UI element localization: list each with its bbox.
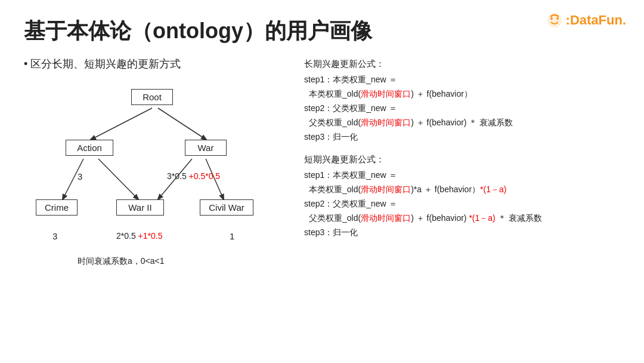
right-panel: 长期兴趣更新公式： step1：本类权重_new ＝ 本类权重_old(滑动时间…: [286, 57, 620, 274]
svg-point-1: [550, 17, 553, 20]
svg-line-6: [98, 159, 138, 199]
page-title: 基于本体论（ontology）的用户画像: [24, 17, 620, 46]
lt-line3: step2：父类权重_new ＝: [304, 101, 620, 115]
tree-arrows: [30, 83, 280, 250]
st-sliding2: 滑动时间窗口: [361, 213, 411, 223]
st-red2: *(1－a): [480, 184, 506, 194]
war-edge-normal: 3*0.5: [167, 171, 187, 181]
page: : DataFun. 基于本体论（ontology）的用户画像 • 区分长期、短…: [0, 0, 644, 363]
label-civil-below: 1: [230, 231, 234, 241]
svg-point-2: [556, 17, 559, 20]
st-line3: step2：父类权重_new ＝: [304, 197, 620, 211]
lt-line1: step1：本类权重_new ＝: [304, 73, 620, 87]
label-crime-below: 3: [52, 231, 57, 241]
datafun-logo: : DataFun.: [546, 12, 626, 29]
long-term-section: 长期兴趣更新公式： step1：本类权重_new ＝ 本类权重_old(滑动时间…: [304, 57, 620, 144]
node-civilwar: Civil War: [200, 199, 253, 216]
left-panel: • 区分长期、短期兴趣的更新方式: [24, 57, 286, 274]
lt-sliding1: 滑动时间窗口: [361, 89, 411, 99]
svg-line-4: [158, 108, 206, 140]
bullet-point: • 区分长期、短期兴趣的更新方式: [24, 57, 286, 71]
st-line1: step1：本类权重_new ＝: [304, 168, 620, 182]
label-action-edge: 3: [78, 171, 82, 182]
warii-red: +1*0.5: [138, 231, 163, 241]
st-line4: 父类权重_old(滑动时间窗口) ＋ f(behavior) *(1－a) ＊ …: [304, 211, 620, 225]
war-edge-red: +0.5*0.5: [189, 171, 221, 181]
short-term-title: 短期兴趣更新公式：: [304, 152, 620, 167]
st-sliding1: 滑动时间窗口: [361, 184, 411, 194]
st-line5: step3：归一化: [304, 226, 620, 239]
label-warii-below: 2*0.5 +1*0.5: [116, 231, 162, 241]
content-area: • 区分长期、短期兴趣的更新方式: [24, 57, 620, 274]
logo-colon: :: [566, 13, 570, 28]
node-warii: War II: [116, 199, 164, 216]
lt-line2: 本类权重_old(滑动时间窗口) ＋ f(behavior）: [304, 87, 620, 101]
label-war-edge: 3*0.5 +0.5*0.5: [167, 171, 220, 181]
logo-text: DataFun.: [570, 13, 626, 28]
short-term-section: 短期兴趣更新公式： step1：本类权重_new ＝ 本类权重_old(滑动时间…: [304, 152, 620, 239]
warii-normal: 2*0.5: [116, 231, 136, 241]
decay-label: 时间衰减系数a，0<a<1: [78, 256, 165, 267]
st-line2: 本类权重_old(滑动时间窗口)*a ＋ f(behavior）*(1－a): [304, 183, 620, 196]
datafun-icon: [546, 12, 564, 29]
tree-diagram: Root Action War Crime War II Civil War 3…: [30, 83, 280, 274]
node-action: Action: [66, 140, 113, 156]
lt-line5: step3：归一化: [304, 130, 620, 144]
node-root: Root: [131, 89, 173, 105]
node-crime: Crime: [36, 199, 78, 216]
st-red4: *(1－a): [469, 213, 495, 223]
long-term-title: 长期兴趣更新公式：: [304, 57, 620, 72]
svg-line-3: [91, 108, 152, 140]
lt-sliding2: 滑动时间窗口: [361, 118, 411, 127]
lt-line4: 父类权重_old(滑动时间窗口) ＋ f(behavior) ＊ 衰减系数: [304, 116, 620, 130]
node-war: War: [185, 140, 227, 156]
